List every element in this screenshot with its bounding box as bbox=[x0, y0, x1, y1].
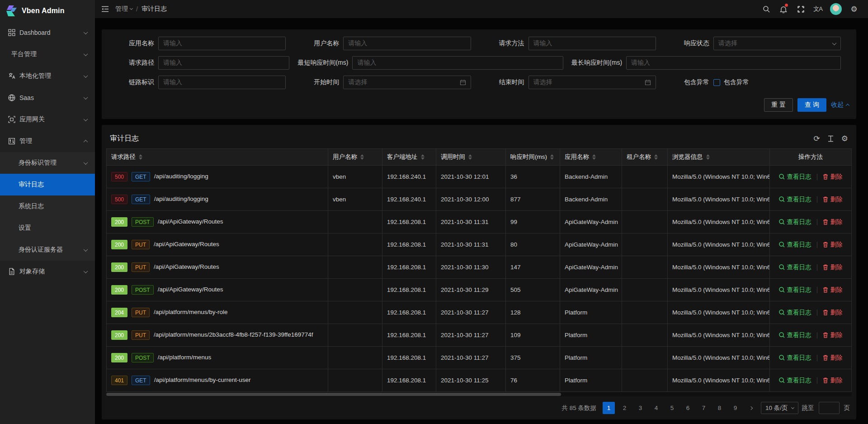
sidebar-item-gateway[interactable]: 应用网关 bbox=[0, 109, 95, 130]
search-icon[interactable] bbox=[759, 0, 774, 18]
table-row[interactable]: 200PUT/api/ApiGateway/Routes192.168.208.… bbox=[107, 233, 852, 256]
table-row[interactable]: 200POST/api/ApiGateway/Routes192.168.208… bbox=[107, 279, 852, 301]
delete-button[interactable]: 删除 bbox=[823, 173, 843, 181]
refresh-icon[interactable]: ⟳ bbox=[814, 134, 820, 143]
request-path-input[interactable]: 请输入 bbox=[158, 56, 289, 70]
view-log-button[interactable]: 查看日志 bbox=[779, 195, 811, 204]
avatar[interactable] bbox=[830, 3, 842, 15]
table-row[interactable]: 200POST/api/platform/menus192.168.208.12… bbox=[107, 347, 852, 369]
sidebar-item-settings[interactable]: 设置 bbox=[0, 217, 95, 239]
sort-icon[interactable] bbox=[654, 154, 658, 160]
menu-fold-icon[interactable] bbox=[101, 6, 109, 12]
view-log-button[interactable]: 查看日志 bbox=[779, 309, 811, 317]
page-button-9[interactable]: 9 bbox=[729, 402, 741, 414]
sort-icon[interactable] bbox=[550, 154, 554, 160]
reset-button[interactable]: 重 置 bbox=[764, 98, 793, 112]
table-row[interactable]: 500GET/api/auditing/loggingvben192.168.2… bbox=[107, 188, 852, 211]
view-log-button[interactable]: 查看日志 bbox=[779, 241, 811, 249]
page-button-5[interactable]: 5 bbox=[666, 402, 678, 414]
view-log-button[interactable]: 查看日志 bbox=[779, 354, 811, 362]
jump-page-input[interactable] bbox=[819, 402, 840, 414]
translate-icon[interactable]: 文A bbox=[810, 0, 826, 18]
has-exception-checkbox[interactable] bbox=[713, 79, 720, 86]
sidebar-item-identity-management[interactable]: 身份标识管理 bbox=[0, 152, 95, 174]
delete-button[interactable]: 删除 bbox=[823, 195, 843, 204]
min-response-time-input[interactable]: 请输入 bbox=[352, 56, 563, 70]
view-log-button[interactable]: 查看日志 bbox=[779, 376, 811, 385]
view-log-button[interactable]: 查看日志 bbox=[779, 173, 811, 181]
bell-icon[interactable] bbox=[776, 0, 791, 18]
app-title: Vben Admin bbox=[22, 7, 65, 15]
sidebar-item-localization[interactable]: 本地化管理 bbox=[0, 65, 95, 87]
start-time-date-picker[interactable]: 请选择 bbox=[343, 76, 471, 89]
column-header[interactable]: 租户名称 bbox=[627, 153, 663, 161]
sort-icon[interactable] bbox=[468, 154, 472, 160]
column-header[interactable]: 请求路径 bbox=[111, 153, 323, 161]
table-row[interactable]: 200PUT/api/platform/menus/2b3accf8-4fb8-… bbox=[107, 324, 852, 347]
table-row[interactable]: 204PUT/api/platform/menus/by-role192.168… bbox=[107, 301, 852, 324]
sort-icon[interactable] bbox=[360, 154, 364, 160]
page-button-6[interactable]: 6 bbox=[682, 402, 694, 414]
sidebar-item-platform[interactable]: 平台管理 bbox=[0, 43, 95, 65]
delete-button[interactable]: 删除 bbox=[823, 331, 843, 339]
column-header[interactable]: 应用名称 bbox=[565, 153, 617, 161]
sidebar-item-saas[interactable]: Saas bbox=[0, 87, 95, 109]
user-name-input[interactable]: 请输入 bbox=[343, 37, 471, 50]
app-name-input[interactable]: 请输入 bbox=[158, 37, 286, 50]
sidebar-item-auth-server[interactable]: 身份认证服务器 bbox=[0, 239, 95, 261]
view-log-button[interactable]: 查看日志 bbox=[779, 331, 811, 339]
sort-icon[interactable] bbox=[592, 154, 596, 160]
column-header[interactable]: 客户端地址 bbox=[387, 153, 431, 161]
next-page-button[interactable] bbox=[745, 402, 757, 414]
delete-button[interactable]: 删除 bbox=[823, 263, 843, 272]
view-log-button[interactable]: 查看日志 bbox=[779, 218, 811, 226]
delete-button[interactable]: 删除 bbox=[823, 376, 843, 385]
fullscreen-icon[interactable] bbox=[793, 0, 808, 18]
page-button-2[interactable]: 2 bbox=[618, 402, 631, 414]
page-button-1[interactable]: 1 bbox=[603, 402, 615, 414]
delete-button[interactable]: 删除 bbox=[823, 286, 843, 294]
trace-id-input[interactable]: 请输入 bbox=[158, 76, 286, 89]
collapse-toggle[interactable]: 收起 bbox=[831, 101, 849, 109]
table-row[interactable]: 500GET/api/auditing/loggingvben192.168.2… bbox=[107, 166, 852, 188]
table-row[interactable]: 200PUT/api/ApiGateway/Routes192.168.208.… bbox=[107, 256, 852, 279]
page-button-8[interactable]: 8 bbox=[713, 402, 726, 414]
view-log-button[interactable]: 查看日志 bbox=[779, 286, 811, 294]
page-button-4[interactable]: 4 bbox=[650, 402, 662, 414]
row-height-icon[interactable] bbox=[827, 135, 834, 142]
sidebar-item-dashboard[interactable]: Dashboard bbox=[0, 22, 95, 43]
sort-icon[interactable] bbox=[706, 154, 710, 160]
sidebar-item-audit-log[interactable]: 审计日志 bbox=[0, 174, 95, 195]
sidebar-item-object-storage[interactable]: 对象存储 bbox=[0, 261, 95, 282]
breadcrumb-root[interactable]: 管理 bbox=[115, 5, 132, 13]
max-response-time-input[interactable]: 请输入 bbox=[626, 56, 841, 70]
request-path: /api/platform/menus/2b3accf8-4fb8-f257-f… bbox=[154, 331, 313, 338]
sidebar-item-system-log[interactable]: 系统日志 bbox=[0, 195, 95, 217]
sort-icon[interactable] bbox=[421, 154, 425, 160]
page-button-3[interactable]: 3 bbox=[634, 402, 646, 414]
column-header[interactable]: 浏览器信息 bbox=[672, 153, 765, 161]
scrollbar-thumb[interactable] bbox=[106, 393, 561, 396]
column-setting-icon[interactable]: ⚙ bbox=[841, 134, 848, 143]
end-time-date-picker[interactable]: 请选择 bbox=[528, 76, 656, 89]
view-log-button[interactable]: 查看日志 bbox=[779, 263, 811, 272]
delete-button[interactable]: 删除 bbox=[823, 309, 843, 317]
delete-button[interactable]: 删除 bbox=[823, 218, 843, 226]
horizontal-scrollbar[interactable] bbox=[106, 392, 852, 396]
page-button-7[interactable]: 7 bbox=[698, 402, 710, 414]
sidebar-item-management[interactable]: 管理 bbox=[0, 130, 95, 152]
column-header[interactable]: 用户名称 bbox=[333, 153, 377, 161]
request-method-input[interactable]: 请输入 bbox=[528, 37, 656, 50]
delete-button[interactable]: 删除 bbox=[823, 241, 843, 249]
search-button[interactable]: 查 询 bbox=[797, 98, 826, 112]
response-status-select[interactable]: 请选择 bbox=[713, 37, 841, 50]
page-size-select[interactable]: 10 条/页 bbox=[761, 402, 798, 414]
table-row[interactable]: 200POST/api/ApiGateway/Routes192.168.208… bbox=[107, 211, 852, 233]
column-header[interactable]: 响应时间(ms) bbox=[510, 153, 555, 161]
table-row[interactable]: 401GET/api/platform/menus/by-current-use… bbox=[107, 369, 852, 392]
gear-icon[interactable]: ⚙ bbox=[846, 0, 862, 18]
delete-button[interactable]: 删除 bbox=[823, 354, 843, 362]
logo[interactable]: Vben Admin bbox=[0, 0, 95, 22]
column-header[interactable]: 调用时间 bbox=[441, 153, 501, 161]
sort-icon[interactable] bbox=[139, 154, 142, 160]
